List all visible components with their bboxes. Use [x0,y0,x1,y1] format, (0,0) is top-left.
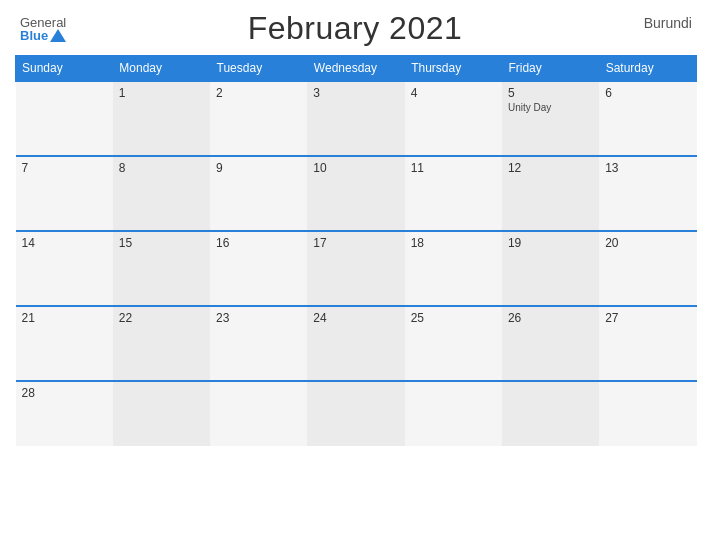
week-row-4: 21222324252627 [16,306,697,381]
day-cell-0-6: 6 [599,81,696,156]
logo: General Blue [20,16,66,42]
day-number-2: 2 [216,86,301,100]
holiday-5: Unity Day [508,102,593,113]
day-number-6: 6 [605,86,690,100]
day-number-20: 20 [605,236,690,250]
day-cell-3-4: 25 [405,306,502,381]
header-monday: Monday [113,56,210,82]
day-number-11: 11 [411,161,496,175]
day-cell-4-6 [599,381,696,446]
day-cell-0-4: 4 [405,81,502,156]
week-row-5: 28 [16,381,697,446]
calendar-header: General Blue February 2021 Burundi [15,10,697,47]
day-number-25: 25 [411,311,496,325]
day-cell-0-0 [16,81,113,156]
day-cell-2-1: 15 [113,231,210,306]
week-row-2: 78910111213 [16,156,697,231]
day-cell-4-1 [113,381,210,446]
day-cell-3-3: 24 [307,306,404,381]
day-number-12: 12 [508,161,593,175]
day-number-3: 3 [313,86,398,100]
day-number-26: 26 [508,311,593,325]
day-number-28: 28 [22,386,107,400]
day-number-1: 1 [119,86,204,100]
day-cell-1-1: 8 [113,156,210,231]
day-cell-0-3: 3 [307,81,404,156]
day-cell-4-5 [502,381,599,446]
day-number-14: 14 [22,236,107,250]
day-number-24: 24 [313,311,398,325]
calendar-table: Sunday Monday Tuesday Wednesday Thursday… [15,55,697,446]
day-cell-4-0: 28 [16,381,113,446]
day-cell-0-1: 1 [113,81,210,156]
day-number-22: 22 [119,311,204,325]
day-cell-1-0: 7 [16,156,113,231]
day-number-17: 17 [313,236,398,250]
day-number-19: 19 [508,236,593,250]
day-number-7: 7 [22,161,107,175]
day-number-4: 4 [411,86,496,100]
day-number-15: 15 [119,236,204,250]
calendar-body: 12345Unity Day67891011121314151617181920… [16,81,697,446]
day-cell-3-2: 23 [210,306,307,381]
header-wednesday: Wednesday [307,56,404,82]
day-number-10: 10 [313,161,398,175]
week-row-1: 12345Unity Day6 [16,81,697,156]
header-sunday: Sunday [16,56,113,82]
day-cell-1-2: 9 [210,156,307,231]
country-label: Burundi [644,15,692,31]
day-number-5: 5 [508,86,593,100]
day-cell-2-6: 20 [599,231,696,306]
day-number-9: 9 [216,161,301,175]
day-cell-3-0: 21 [16,306,113,381]
day-number-21: 21 [22,311,107,325]
header-friday: Friday [502,56,599,82]
day-headers-row: Sunday Monday Tuesday Wednesday Thursday… [16,56,697,82]
day-cell-4-4 [405,381,502,446]
day-cell-3-1: 22 [113,306,210,381]
day-cell-0-2: 2 [210,81,307,156]
logo-general-text: General [20,16,66,29]
day-number-27: 27 [605,311,690,325]
day-number-23: 23 [216,311,301,325]
logo-triangle-icon [50,29,66,42]
day-number-8: 8 [119,161,204,175]
day-cell-2-5: 19 [502,231,599,306]
day-cell-1-4: 11 [405,156,502,231]
day-cell-1-6: 13 [599,156,696,231]
day-number-13: 13 [605,161,690,175]
logo-blue-text: Blue [20,29,66,42]
day-cell-4-3 [307,381,404,446]
calendar-title: February 2021 [248,10,463,47]
header-saturday: Saturday [599,56,696,82]
day-cell-3-6: 27 [599,306,696,381]
header-thursday: Thursday [405,56,502,82]
day-cell-2-3: 17 [307,231,404,306]
day-cell-2-2: 16 [210,231,307,306]
day-cell-1-3: 10 [307,156,404,231]
day-number-16: 16 [216,236,301,250]
calendar-container: General Blue February 2021 Burundi Sunda… [0,0,712,550]
day-cell-3-5: 26 [502,306,599,381]
week-row-3: 14151617181920 [16,231,697,306]
day-number-18: 18 [411,236,496,250]
day-cell-1-5: 12 [502,156,599,231]
header-tuesday: Tuesday [210,56,307,82]
day-cell-2-4: 18 [405,231,502,306]
day-cell-4-2 [210,381,307,446]
day-cell-2-0: 14 [16,231,113,306]
day-cell-0-5: 5Unity Day [502,81,599,156]
